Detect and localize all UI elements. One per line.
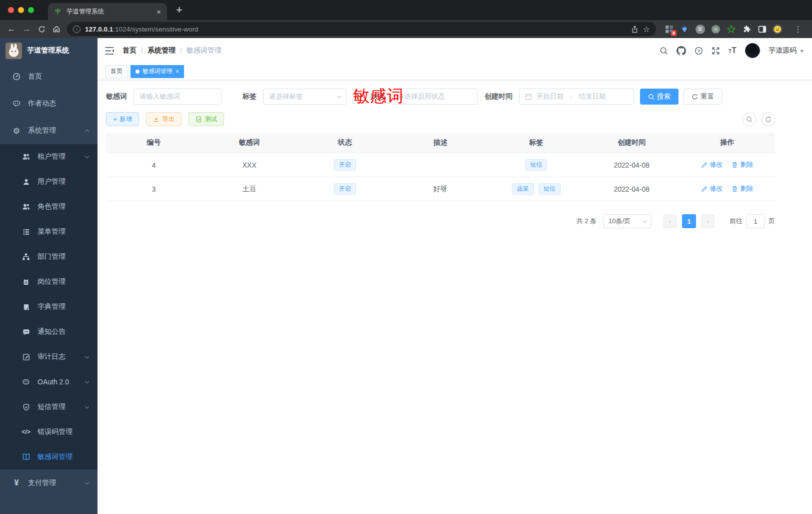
chevron-up-icon	[85, 130, 89, 134]
column-header: 状态	[297, 133, 392, 153]
add-button[interactable]: + 新增	[106, 112, 139, 126]
reset-button[interactable]: 重置	[684, 89, 722, 105]
share-icon[interactable]	[631, 26, 638, 33]
extension-gem-icon[interactable]	[680, 24, 690, 34]
status-select[interactable]: 请选择启用状态	[392, 89, 478, 105]
export-button[interactable]: 导出	[146, 112, 182, 126]
test-button[interactable]: 测试	[188, 112, 224, 126]
toggle-search-button[interactable]	[742, 113, 756, 126]
edit-link[interactable]: 修改	[701, 160, 722, 169]
fullscreen-icon[interactable]	[712, 47, 720, 55]
next-page-button[interactable]: ›	[701, 214, 715, 228]
extensions-puzzle-icon[interactable]	[742, 24, 752, 34]
sidebar-item-author[interactable]: 作者动态	[0, 90, 98, 117]
extension-star-icon[interactable]	[726, 24, 736, 34]
goto-page-input[interactable]: 1	[746, 214, 764, 228]
tags-view-tab[interactable]: 首页	[106, 65, 128, 78]
url-bar[interactable]: i 127.0.0.1:1024/system/sensitive-word ☆	[67, 22, 656, 36]
new-tab-button[interactable]: +	[176, 4, 182, 17]
profile-avatar-icon[interactable]	[772, 24, 782, 34]
collapse-menu-icon[interactable]	[104, 47, 114, 55]
extension-command-icon[interactable]: ⌘	[695, 24, 705, 34]
browser-chrome: 芋道管理系统 × + ← → i 127.0.0.1:1024/system/s…	[0, 0, 812, 38]
site-info-icon[interactable]: i	[73, 26, 80, 33]
cell-actions: 修改删除	[680, 153, 775, 177]
favicon-plant-icon	[54, 8, 62, 16]
tag-label: 标签	[242, 92, 256, 101]
cell-description	[392, 153, 488, 177]
rabbit-logo	[6, 43, 22, 59]
bookmark-star-icon[interactable]: ☆	[643, 25, 650, 34]
window-controls[interactable]	[0, 7, 41, 13]
user-avatar[interactable]	[745, 43, 760, 58]
browser-tab-strip: 芋道管理系统 × +	[0, 0, 812, 20]
sidebar-item-notice[interactable]: 通知公告	[0, 319, 98, 344]
sidebar-item-tenant[interactable]: 租户管理	[0, 144, 98, 169]
sidebar-item-errcode[interactable]: </>错误码管理	[0, 419, 98, 444]
tag-select[interactable]: 请选择标签	[263, 89, 347, 105]
column-header: 创建时间	[584, 133, 680, 153]
help-icon[interactable]: ?	[694, 47, 703, 55]
search-button[interactable]: 搜索	[640, 89, 678, 105]
breadcrumb: 首页/系统管理/敏感词管理	[122, 46, 222, 55]
sidebar-item-user[interactable]: 用户管理	[0, 169, 98, 194]
reload-icon[interactable]	[34, 26, 49, 33]
page-number-button[interactable]: 1	[682, 214, 696, 228]
close-icon[interactable]: ×	[176, 68, 179, 75]
page-unit-label: 页	[768, 217, 775, 226]
dict-icon	[22, 303, 30, 311]
forward-icon[interactable]: →	[19, 24, 34, 34]
app-logo-row[interactable]: 芋道管理系统	[0, 38, 98, 63]
user-menu[interactable]: 芋道源码	[768, 46, 804, 55]
refresh-table-button[interactable]	[762, 113, 775, 126]
username-label: 芋道源码	[768, 46, 796, 55]
red-annotation-text: 敏感词	[353, 85, 404, 108]
extension-badge: 9	[671, 30, 676, 36]
maximize-window-button[interactable]	[28, 7, 34, 13]
date-range-input[interactable]: 开始日期 - 结束日期	[519, 89, 634, 105]
sidebar-item-dept[interactable]: 部门管理	[0, 244, 98, 269]
sidebar-item-role[interactable]: 角色管理	[0, 194, 98, 219]
github-icon[interactable]	[676, 46, 686, 56]
browser-menu-icon[interactable]: ⋮	[791, 25, 805, 34]
total-count: 共 2 条	[576, 217, 596, 226]
extension-record-icon[interactable]	[710, 24, 720, 34]
browser-tab[interactable]: 芋道管理系统 ×	[48, 3, 167, 20]
sidebar-item-pay[interactable]: ¥支付管理	[0, 469, 98, 496]
sidebar-item-sensitive[interactable]: 敏感词管理	[0, 444, 98, 469]
pagination: 共 2 条 10条/页 ‹ 1 › 前往 1 页	[106, 214, 775, 228]
svg-text:?: ?	[698, 48, 700, 53]
active-dot	[136, 70, 140, 74]
table-row: 3土豆开启好呀蔬菜短信2022-04-08修改删除	[106, 177, 775, 201]
side-panel-icon[interactable]	[757, 24, 767, 34]
breadcrumb-item[interactable]: 系统管理	[148, 46, 176, 55]
close-window-button[interactable]	[8, 7, 14, 13]
search-icon[interactable]	[660, 47, 668, 55]
sidebar-item-audit[interactable]: 审计日志	[0, 344, 98, 369]
edit-link[interactable]: 修改	[701, 184, 722, 193]
browser-toolbar: ← → i 127.0.0.1:1024/system/sensitive-wo…	[0, 20, 812, 38]
delete-link[interactable]: 删除	[732, 184, 753, 193]
breadcrumb-item[interactable]: 首页	[122, 46, 136, 55]
sidebar-item-oauth[interactable]: OAuth 2.0	[0, 369, 98, 394]
back-icon[interactable]: ←	[4, 24, 19, 34]
sidebar-item-home[interactable]: 首页	[0, 63, 98, 90]
page-size-select[interactable]: 10条/页	[604, 214, 652, 228]
prev-page-button[interactable]: ‹	[663, 214, 677, 228]
delete-link[interactable]: 删除	[732, 160, 753, 169]
home-icon[interactable]	[49, 25, 64, 33]
font-size-icon[interactable]: TT	[728, 46, 736, 55]
document-check-icon	[196, 116, 202, 123]
breadcrumb-separator: /	[180, 47, 182, 55]
extension-grid-icon[interactable]: 9	[664, 24, 674, 34]
sidebar-item-dict[interactable]: 字典管理	[0, 294, 98, 319]
keyword-input[interactable]: 请输入敏感词	[134, 89, 222, 105]
sidebar-item-post[interactable]: 岗位管理	[0, 269, 98, 294]
cell-word: XXX	[202, 153, 297, 177]
sidebar-item-sms[interactable]: 短信管理	[0, 394, 98, 419]
tab-close-icon[interactable]: ×	[156, 8, 161, 16]
tags-view-tab[interactable]: 敏感词管理×	[130, 65, 184, 78]
sidebar-item-system[interactable]: ⚙系统管理	[0, 117, 98, 144]
sidebar-item-menu[interactable]: 菜单管理	[0, 219, 98, 244]
minimize-window-button[interactable]	[18, 7, 24, 13]
